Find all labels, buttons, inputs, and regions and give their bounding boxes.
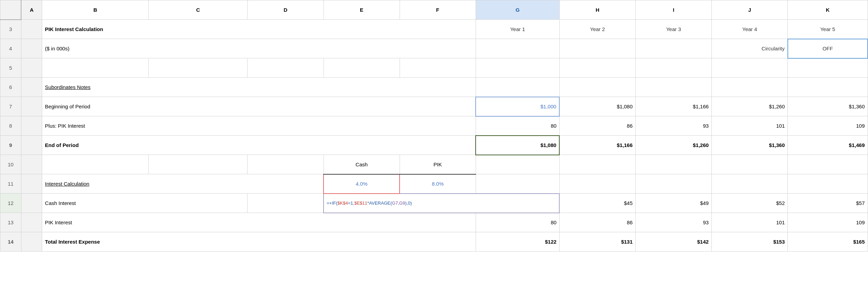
cell-b7[interactable]: Beginning of Period (42, 97, 476, 116)
cell-b10[interactable] (42, 155, 149, 174)
cell-h13[interactable]: 86 (559, 213, 635, 232)
col-label-e[interactable]: E (324, 0, 400, 20)
cell-i7[interactable]: $1,166 (636, 97, 712, 116)
cell-a10[interactable] (21, 155, 42, 174)
cell-g8[interactable]: 80 (476, 116, 559, 136)
col-label-f[interactable]: F (400, 0, 476, 20)
cell-a9[interactable] (21, 136, 42, 155)
cell-b4[interactable]: ($ in 000s) (42, 39, 476, 58)
cell-k3[interactable]: Year 5 (788, 20, 868, 39)
cell-k10[interactable] (788, 155, 868, 174)
cell-g9[interactable]: $1,080 (476, 136, 559, 155)
cell-formula-12[interactable]: =+IF($K$4=1,$E$11*AVERAGE(G7,G9),0) (324, 194, 559, 213)
cell-i6[interactable] (636, 78, 712, 97)
col-label-a[interactable]: A (21, 0, 42, 20)
cell-g4[interactable] (476, 39, 559, 58)
cell-a11[interactable] (21, 174, 42, 194)
cell-g3[interactable]: Year 1 (476, 20, 559, 39)
cell-h12[interactable]: $45 (559, 194, 635, 213)
cell-c10[interactable] (149, 155, 248, 174)
cell-i8[interactable]: 93 (636, 116, 712, 136)
cell-j4[interactable]: Circularity (712, 39, 788, 58)
cell-b8[interactable]: Plus: PIK Interest (42, 116, 476, 136)
cell-e10[interactable]: Cash (324, 155, 400, 174)
cell-k5[interactable] (788, 58, 868, 78)
cell-h4[interactable] (559, 39, 635, 58)
cell-d12[interactable] (248, 194, 324, 213)
col-label-j[interactable]: J (712, 0, 788, 20)
cell-k11[interactable] (788, 174, 868, 194)
cell-k14[interactable]: $165 (788, 232, 868, 252)
cell-k12[interactable]: $57 (788, 194, 868, 213)
col-label-k[interactable]: K (788, 0, 868, 20)
cell-j12[interactable]: $52 (712, 194, 788, 213)
cell-e11[interactable]: 4.0% (324, 174, 400, 194)
cell-i11[interactable] (636, 174, 712, 194)
cell-k7[interactable]: $1,360 (788, 97, 868, 116)
cell-b6[interactable]: Subordinates Notes (42, 78, 476, 97)
cell-g10[interactable] (476, 155, 559, 174)
cell-a3[interactable] (21, 20, 42, 39)
cell-g13[interactable]: 80 (476, 213, 559, 232)
cell-b11[interactable]: Interest Calculation (42, 174, 324, 194)
cell-c5[interactable] (149, 58, 248, 78)
cell-i14[interactable]: $142 (636, 232, 712, 252)
cell-a4[interactable] (21, 39, 42, 58)
cell-j8[interactable]: 101 (712, 116, 788, 136)
cell-a8[interactable] (21, 116, 42, 136)
cell-h10[interactable] (559, 155, 635, 174)
cell-h5[interactable] (559, 58, 635, 78)
cell-a6[interactable] (21, 78, 42, 97)
cell-g14[interactable]: $122 (476, 232, 559, 252)
cell-j6[interactable] (712, 78, 788, 97)
col-label-c[interactable]: C (149, 0, 248, 20)
cell-f11[interactable]: 8.0% (400, 174, 476, 194)
cell-k13[interactable]: 109 (788, 213, 868, 232)
cell-i4[interactable] (636, 39, 712, 58)
cell-f10[interactable]: PIK (400, 155, 476, 174)
col-label-i[interactable]: I (636, 0, 712, 20)
cell-h11[interactable] (559, 174, 635, 194)
cell-b9[interactable]: End of Period (42, 136, 476, 155)
cell-b14[interactable]: Total Interest Expense (42, 232, 476, 252)
cell-a13[interactable] (21, 213, 42, 232)
cell-i3[interactable]: Year 3 (636, 20, 712, 39)
cell-b3[interactable]: PIK Interest Calculation (42, 20, 476, 39)
cell-j9[interactable]: $1,360 (712, 136, 788, 155)
cell-j10[interactable] (712, 155, 788, 174)
cell-i9[interactable]: $1,260 (636, 136, 712, 155)
cell-j5[interactable] (712, 58, 788, 78)
cell-i12[interactable]: $49 (636, 194, 712, 213)
cell-k6[interactable] (788, 78, 868, 97)
cell-g5[interactable] (476, 58, 559, 78)
cell-g6[interactable] (476, 78, 559, 97)
cell-i13[interactable]: 93 (636, 213, 712, 232)
cell-b13[interactable]: PIK Interest (42, 213, 476, 232)
cell-k8[interactable]: 109 (788, 116, 868, 136)
cell-j13[interactable]: 101 (712, 213, 788, 232)
col-label-g[interactable]: G (476, 0, 559, 20)
cell-i5[interactable] (636, 58, 712, 78)
cell-a14[interactable] (21, 232, 42, 252)
cell-j7[interactable]: $1,260 (712, 97, 788, 116)
cell-h7[interactable]: $1,080 (559, 97, 635, 116)
cell-d10[interactable] (248, 155, 324, 174)
cell-j14[interactable]: $153 (712, 232, 788, 252)
cell-k4[interactable]: OFF (788, 39, 868, 58)
cell-a12[interactable] (21, 194, 42, 213)
col-label-d[interactable]: D (248, 0, 324, 20)
cell-g7[interactable]: $1,000 (476, 97, 559, 116)
col-label-h[interactable]: H (559, 0, 635, 20)
col-label-b[interactable]: B (42, 0, 149, 20)
cell-j11[interactable] (712, 174, 788, 194)
cell-f5[interactable] (400, 58, 476, 78)
cell-h9[interactable]: $1,166 (559, 136, 635, 155)
cell-a5[interactable] (21, 58, 42, 78)
cell-a7[interactable] (21, 97, 42, 116)
cell-g11[interactable] (476, 174, 559, 194)
cell-b12[interactable]: Cash Interest (42, 194, 248, 213)
cell-h8[interactable]: 86 (559, 116, 635, 136)
cell-k9[interactable]: $1,469 (788, 136, 868, 155)
cell-h3[interactable]: Year 2 (559, 20, 635, 39)
cell-d5[interactable] (248, 58, 324, 78)
